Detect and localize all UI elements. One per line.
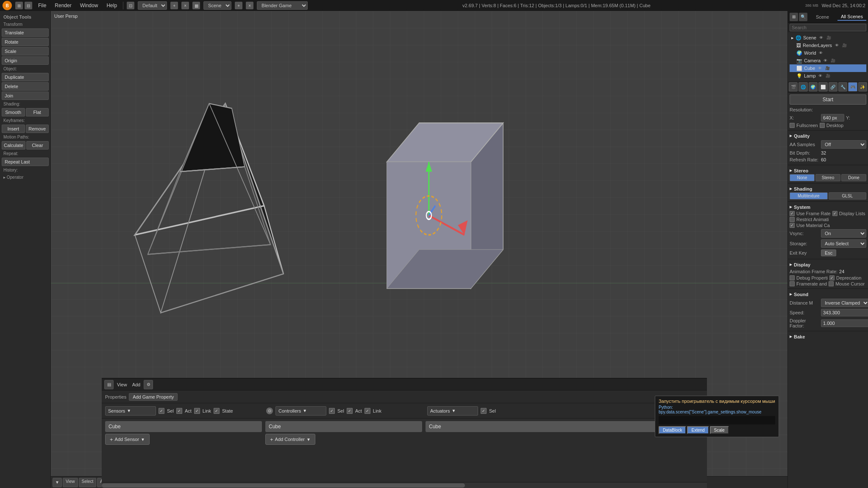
scene-tab-all-scenes[interactable]: All Scenes	[837, 13, 866, 21]
distancem-dropdown[interactable]: Inverse Clamped	[821, 299, 868, 307]
vt-mode-icon[interactable]: ▼	[53, 478, 62, 487]
logic-prop-icon[interactable]: ⚙	[144, 380, 153, 389]
system-header[interactable]: ▸ System	[790, 203, 866, 211]
sensors-state-check[interactable]	[214, 408, 220, 414]
sensors-dropdown[interactable]: Sensors ▼	[105, 406, 156, 416]
add-game-property-button[interactable]: Add Game Property	[129, 393, 178, 401]
bake-header[interactable]: ▸ Bake	[790, 333, 866, 340]
dopplerfactor-input[interactable]	[821, 319, 868, 327]
shading-header[interactable]: ▸ Shading	[790, 185, 866, 192]
smooth-button[interactable]: Smooth	[2, 108, 25, 116]
remove-button[interactable]: Remove	[26, 125, 49, 133]
join-button[interactable]: Join	[2, 92, 49, 100]
properties-scroll[interactable]: Start Resolution: X: Y: Fullscreen Deskt…	[788, 92, 868, 488]
controllers-dropdown[interactable]: Controllers ▼	[275, 406, 326, 416]
scene-type-icon[interactable]: ▦	[192, 2, 200, 9]
storage-dropdown[interactable]: Auto Select	[821, 239, 866, 248]
exitkey-button[interactable]: Esc	[821, 250, 836, 256]
stereo-dome-btn[interactable]: Dome	[841, 174, 866, 181]
actuators-dropdown[interactable]: Actuators ▼	[427, 406, 478, 416]
prop-icon-render[interactable]: 🎬	[789, 82, 798, 92]
fullscreen-check[interactable]	[790, 123, 795, 128]
scale-button[interactable]: Scale	[2, 47, 49, 55]
sensors-sel-check[interactable]	[159, 408, 164, 414]
desktop-check[interactable]	[820, 123, 825, 128]
window-icon-1[interactable]: ⊞	[15, 2, 23, 9]
eye-icon-cube[interactable]: 👁	[817, 65, 823, 71]
scene-item-renderlayers[interactable]: 🖼 RenderLayers 👁 🎥	[790, 42, 866, 49]
scene-plus-icon[interactable]: +	[235, 2, 242, 9]
scene-top-icon-1[interactable]: ⊞	[790, 13, 798, 21]
plus-icon[interactable]: +	[170, 2, 178, 9]
aa-dropdown[interactable]: Off	[821, 140, 866, 149]
add-sensor-button[interactable]: + Add Sensor ▼	[105, 434, 150, 445]
controllers-sel-check[interactable]	[329, 408, 335, 414]
scene-item-scene[interactable]: ▸ 🌐 Scene 👁 🎥	[790, 34, 866, 42]
duplicate-button[interactable]: Duplicate	[2, 73, 49, 81]
logic-scrollbar-thumb[interactable]	[102, 483, 465, 488]
logic-scrollbar[interactable]	[102, 482, 707, 488]
eye-icon-renderlayers[interactable]: 👁	[834, 42, 840, 48]
sensors-link-check[interactable]	[194, 408, 200, 414]
flat-button[interactable]: Flat	[26, 108, 49, 116]
translate-button[interactable]: Translate	[2, 28, 49, 37]
stereo-stereo-btn[interactable]: Stereo	[815, 174, 840, 181]
x-icon[interactable]: ×	[181, 2, 189, 9]
window-icon-2[interactable]: ⊟	[25, 2, 32, 9]
displaylists-check[interactable]	[832, 211, 837, 216]
actuators-sel-check[interactable]	[481, 408, 487, 414]
display-header[interactable]: ▸ Display	[790, 261, 866, 268]
prop-icon-modifier[interactable]: 🔧	[838, 82, 847, 92]
framerate-check[interactable]	[790, 281, 795, 286]
scene-item-lamp[interactable]: 💡 Lamp 👁 🎥	[790, 72, 866, 80]
select-menu[interactable]: Select	[79, 478, 97, 487]
start-button[interactable]: Start	[790, 94, 866, 105]
prop-icon-particles[interactable]: ✨	[858, 82, 867, 92]
screen-icon[interactable]: ⊡	[127, 2, 134, 9]
eye-icon-lamp[interactable]: 👁	[818, 73, 823, 79]
scene-dropdown[interactable]: Scene	[203, 1, 231, 10]
workspace-dropdown[interactable]: Default	[138, 1, 167, 10]
eye-icon-world[interactable]: 👁	[818, 50, 824, 56]
eye-icon-camera[interactable]: 👁	[822, 58, 828, 64]
delete-button[interactable]: Delete	[2, 82, 49, 91]
mousecursor-check[interactable]	[829, 281, 834, 286]
cam-icon-camera[interactable]: 🎥	[830, 58, 836, 64]
cam-icon-cube[interactable]: 🎥	[824, 65, 830, 71]
sensors-act-check[interactable]	[176, 408, 182, 414]
prop-icon-world[interactable]: 🌍	[809, 82, 818, 92]
prop-icon-scene[interactable]: 🌐	[798, 82, 807, 92]
rotate-button[interactable]: Rotate	[2, 38, 49, 46]
origin-button[interactable]: Origin	[2, 56, 49, 65]
menu-window[interactable]: Window	[78, 2, 101, 9]
prop-icon-object[interactable]: ⬜	[818, 82, 827, 92]
useframerate-check[interactable]	[790, 211, 795, 216]
prop-icon-game[interactable]: 🎮	[848, 82, 857, 92]
blender-logo[interactable]: B	[3, 1, 12, 10]
controllers-act-check[interactable]	[347, 408, 353, 414]
cam-icon-renderlayers[interactable]: 🎥	[841, 42, 847, 48]
restrictanimati-check[interactable]	[790, 217, 795, 222]
scene-item-camera[interactable]: 📷 Camera 👁 🎥	[790, 57, 866, 64]
controllers-link-icon[interactable]: ⊙	[266, 408, 273, 414]
controllers-link-check[interactable]	[364, 408, 370, 414]
stereo-none-btn[interactable]: None	[790, 174, 815, 181]
stereo-header[interactable]: ▸ Stereo	[790, 167, 866, 174]
prop-icon-constraints[interactable]: 🔗	[829, 82, 837, 92]
clear-button[interactable]: Clear	[26, 141, 49, 150]
logic-mode-icon[interactable]: ▤	[104, 380, 114, 389]
calculate-button[interactable]: Calculate	[2, 141, 25, 150]
multitexture-btn[interactable]: Multitexture	[790, 192, 828, 200]
debugpropetr-check[interactable]	[790, 275, 795, 280]
usematerialca-check[interactable]	[790, 223, 795, 228]
menu-help[interactable]: Help	[104, 2, 120, 9]
scene-search-input[interactable]	[790, 24, 866, 31]
x-input[interactable]	[821, 114, 844, 122]
vsync-dropdown[interactable]: On	[821, 229, 866, 238]
eye-icon-scene[interactable]: 👁	[818, 35, 824, 41]
quality-header[interactable]: ▸ Quality	[790, 132, 866, 139]
repeat-last-button[interactable]: Repeat Last	[2, 158, 49, 166]
add-controller-button[interactable]: + Add Controller ▼	[265, 434, 315, 445]
cam-icon-scene[interactable]: 🎥	[826, 35, 832, 41]
scene-item-cube[interactable]: ⬜ Cube 👁 🎥	[790, 64, 866, 72]
